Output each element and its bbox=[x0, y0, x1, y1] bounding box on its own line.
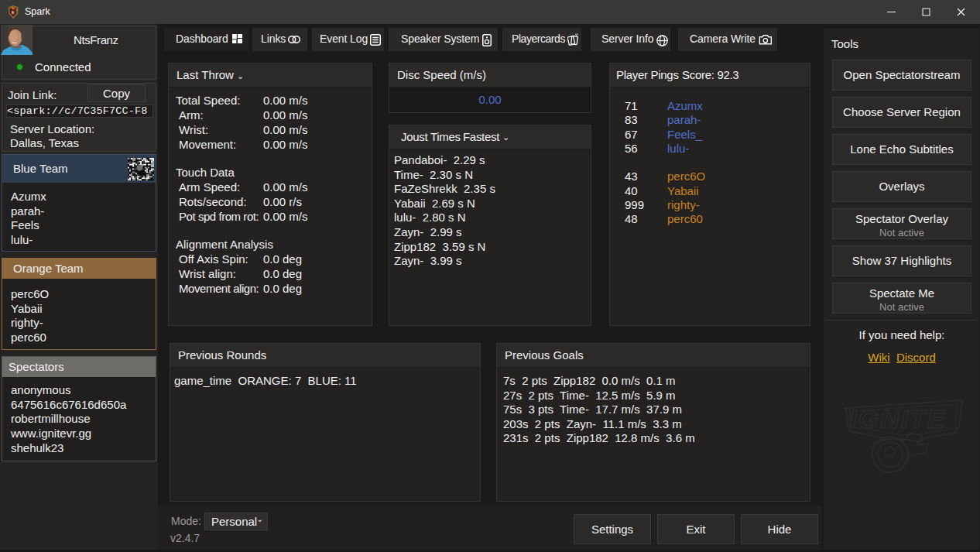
svg-text:IGNITE: IGNITE bbox=[849, 404, 946, 434]
